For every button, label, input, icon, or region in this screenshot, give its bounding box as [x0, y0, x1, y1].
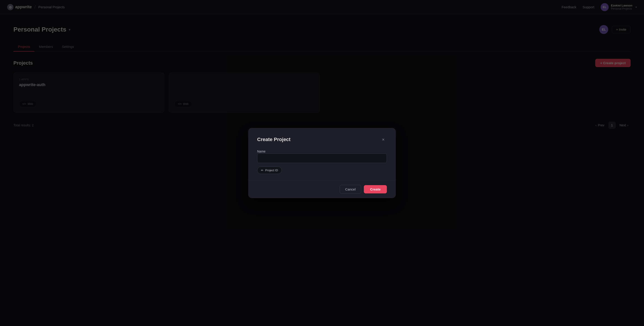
create-button[interactable]: Create — [364, 185, 387, 194]
project-name-input[interactable] — [257, 154, 387, 163]
modal-body: Create Project × Name ✏ Project ID — [248, 128, 396, 180]
create-project-modal: Create Project × Name ✏ Project ID Cance… — [248, 128, 396, 198]
pencil-icon: ✏ — [261, 168, 264, 172]
project-id-button[interactable]: ✏ Project ID — [257, 166, 282, 174]
project-id-label: Project ID — [265, 168, 278, 172]
cancel-button[interactable]: Cancel — [340, 185, 361, 194]
modal-close-button[interactable]: × — [380, 136, 387, 143]
modal-header: Create Project × — [257, 136, 387, 143]
name-label: Name — [257, 150, 266, 153]
modal-title: Create Project — [257, 136, 290, 142]
modal-footer: Cancel Create — [248, 180, 396, 198]
modal-overlay[interactable]: Create Project × Name ✏ Project ID Cance… — [0, 0, 644, 326]
